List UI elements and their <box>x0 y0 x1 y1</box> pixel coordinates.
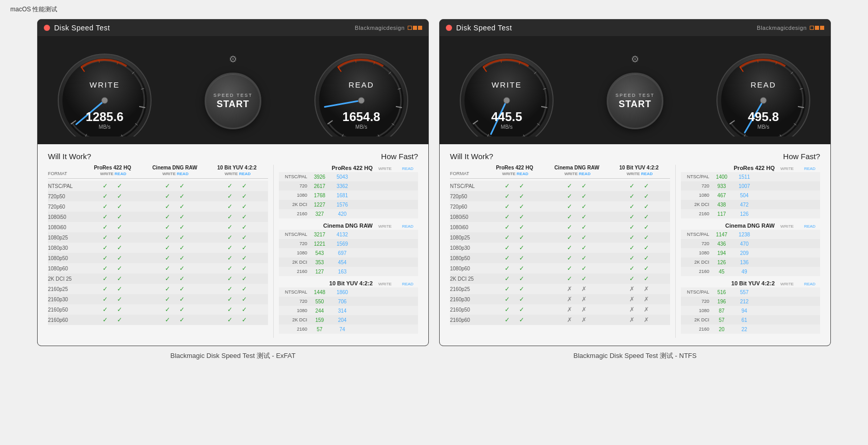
check-mark: ✓ <box>239 316 249 323</box>
read-value: 74 <box>332 327 353 332</box>
check-mark: ✓ <box>564 265 575 272</box>
read-value: 1238 <box>734 232 755 237</box>
check-mark: ✓ <box>564 234 575 241</box>
title-bar: Disk Speed Test Blackmagicdesign <box>38 20 428 36</box>
right-codec-title: ProRes 422 HQ <box>279 165 373 171</box>
right-table-row: 2160 45 49 <box>681 267 820 276</box>
write-value: 550 <box>309 299 330 304</box>
svg-text:1654.8: 1654.8 <box>342 110 380 124</box>
right-codec-title: Cinema DNG RAW <box>681 222 775 229</box>
check-mark: ✓ <box>100 275 110 282</box>
format-cell: 720p50 <box>48 194 81 199</box>
check-mark: ✓ <box>114 234 125 241</box>
check-mark: ✓ <box>579 213 589 220</box>
right-table-row: NTSC/PAL 3926 5043 <box>279 172 418 181</box>
table-row: 2160p30✓✓✗✗✗✗ <box>450 294 670 304</box>
table-row: 1080i60✓✓✓✓✓✓ <box>450 222 670 232</box>
read-value: 1511 <box>734 174 755 180</box>
svg-text:READ: READ <box>750 80 776 89</box>
check-mark: ✓ <box>579 193 589 200</box>
format-cell: 1080p50 <box>48 255 81 261</box>
right-codec-section: Cinema DNG RAW WRITE READ NTSC/PAL 3217 … <box>279 222 418 276</box>
center-controls: ⚙ SPEED TEST START <box>607 54 663 129</box>
close-button[interactable] <box>44 25 50 31</box>
check-mark: ✓ <box>516 234 527 241</box>
start-button-text-top: SPEED TEST <box>615 92 655 99</box>
write-gauge: WRITE 445.5 MB/s <box>455 46 558 136</box>
check-mark: ✓ <box>100 306 110 313</box>
window-title: Disk Speed Test <box>456 24 512 32</box>
table-row: 720p50✓✓✓✓✓✓ <box>450 191 670 201</box>
check-mark: ✓ <box>114 254 125 262</box>
start-button[interactable]: SPEED TEST START <box>607 73 663 129</box>
right-fmt-cell: 720 <box>279 241 307 246</box>
check-mark: ✓ <box>239 265 249 272</box>
check-mark: ✓ <box>225 182 235 190</box>
format-cell: 2160p50 <box>48 307 81 313</box>
cross-mark: ✗ <box>627 306 637 313</box>
read-label: READ <box>397 166 418 171</box>
check-mark: ✓ <box>177 182 187 190</box>
write-value: 57 <box>711 317 732 323</box>
read-value: 22 <box>734 327 755 332</box>
check-mark: ✓ <box>162 254 173 262</box>
check-mark: ✓ <box>177 234 187 241</box>
cross-mark: ✗ <box>641 316 652 323</box>
format-cell: 720p60 <box>450 204 483 210</box>
check-mark: ✓ <box>225 193 235 200</box>
cross-mark: ✗ <box>627 296 637 303</box>
right-fmt-cell: 2K DCI <box>279 317 307 322</box>
how-fast-title: How Fast? <box>381 152 418 161</box>
check-mark: ✓ <box>100 234 110 241</box>
write-value: 2617 <box>309 183 330 189</box>
check-mark: ✓ <box>177 224 187 231</box>
right-codec-title: 10 Bit YUV 4:2:2 <box>681 280 775 286</box>
gauges-section: WRITE 1285.6 MB/s ⚙ SPEED TEST START <box>38 36 428 144</box>
right-table-row: 720 550 706 <box>279 297 418 306</box>
codec-header: ProRes 422 HQ WRITE READ <box>483 165 546 176</box>
gear-icon[interactable]: ⚙ <box>631 54 639 65</box>
check-mark: ✓ <box>114 193 125 200</box>
panel-ntfs: Disk Speed Test Blackmagicdesign <box>439 19 831 361</box>
page-title: macOS 性能测试 <box>10 5 858 14</box>
check-mark: ✓ <box>502 265 512 272</box>
brand-squares <box>810 26 824 30</box>
check-mark: ✓ <box>516 265 527 272</box>
format-cell: 2160p30 <box>450 297 483 302</box>
right-fmt-cell: 2K DCI <box>681 202 709 207</box>
right-table-row: NTSC/PAL 1147 1238 <box>681 230 820 239</box>
center-controls: ⚙ SPEED TEST START <box>205 54 261 129</box>
window-title: Disk Speed Test <box>54 24 110 32</box>
table-row: 2160p30✓✓✓✓✓✓ <box>48 294 268 304</box>
start-button[interactable]: SPEED TEST START <box>205 73 261 129</box>
table-row: 2160p60✓✓✗✗✗✗ <box>450 315 670 325</box>
left-table: FORMATProRes 422 HQ WRITE READ Cinema DN… <box>48 165 274 338</box>
brand-sq-1 <box>408 26 412 30</box>
close-button[interactable] <box>446 25 452 31</box>
table-row: 2160p50✓✓✓✓✓✓ <box>48 304 268 315</box>
check-mark: ✓ <box>239 244 249 251</box>
right-table-row: 2K DCI 1227 1576 <box>279 200 418 209</box>
svg-text:495.8: 495.8 <box>748 110 779 124</box>
check-mark: ✓ <box>641 234 652 241</box>
write-value: 194 <box>711 250 732 256</box>
read-sub-label: READ <box>641 172 652 176</box>
gear-icon[interactable]: ⚙ <box>229 54 237 65</box>
check-mark: ✓ <box>100 296 110 303</box>
table-row: 1080i50✓✓✓✓✓✓ <box>48 212 268 222</box>
svg-point-50 <box>504 97 510 104</box>
read-value: 472 <box>734 202 755 208</box>
check-mark: ✓ <box>162 275 173 282</box>
right-fmt-cell: 2160 <box>681 269 709 274</box>
write-label: WRITE <box>375 224 395 229</box>
right-table-row: 2K DCI 126 136 <box>681 258 820 267</box>
check-mark: ✓ <box>502 234 512 241</box>
table-row: 2K DCI 25✓✓✓✓✓✓ <box>48 273 268 284</box>
format-col-label: FORMAT <box>450 171 483 176</box>
read-value: 697 <box>332 250 353 256</box>
read-value: 163 <box>332 269 353 275</box>
brand-sq-3 <box>820 26 824 30</box>
read-value: 314 <box>332 308 353 314</box>
check-mark: ✓ <box>641 265 652 272</box>
check-mark: ✓ <box>114 275 125 282</box>
